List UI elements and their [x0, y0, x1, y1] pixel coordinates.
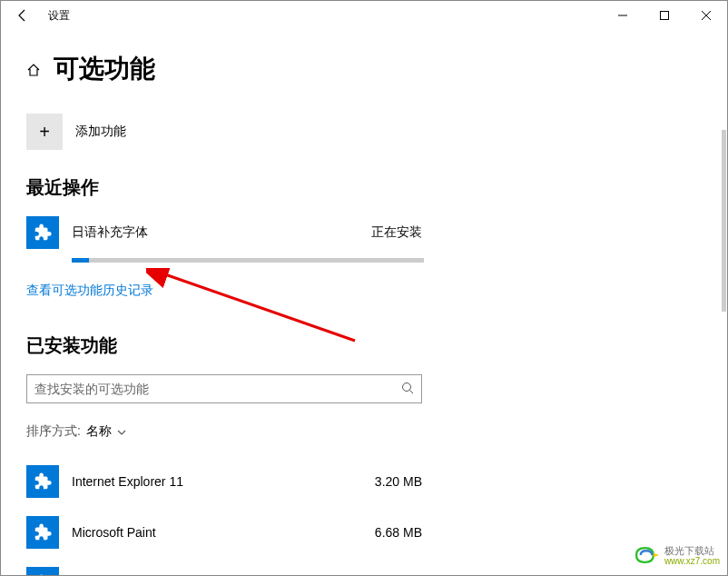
scrollbar[interactable]: [722, 130, 726, 312]
add-feature-label: 添加功能: [75, 124, 126, 140]
svg-rect-1: [661, 12, 669, 20]
sort-value: 名称: [86, 423, 112, 440]
plus-icon: +: [26, 114, 63, 150]
feature-row[interactable]: Microsoft Paint 6.68 MB: [26, 507, 422, 558]
feature-size: 6.68 MB: [375, 525, 422, 540]
close-button[interactable]: [685, 1, 727, 30]
feature-row[interactable]: Microsoft 快速助手 2.89 MB: [26, 558, 422, 575]
progress-fill: [72, 258, 89, 263]
installing-status: 正在安装: [371, 224, 422, 241]
sort-dropdown[interactable]: 排序方式: 名称: [26, 423, 702, 440]
watermark: 极光下载站 www.xz7.com: [632, 545, 720, 566]
feature-row[interactable]: Internet Explorer 11 3.20 MB: [26, 456, 422, 507]
watermark-cn: 极光下载站: [664, 545, 720, 556]
puzzle-icon: [26, 216, 59, 249]
home-icon[interactable]: [26, 63, 41, 82]
installing-item[interactable]: 日语补充字体 正在安装: [26, 216, 422, 249]
feature-name: Microsoft Paint: [72, 525, 375, 540]
puzzle-icon: [26, 516, 59, 549]
installed-section-title: 已安装功能: [26, 333, 702, 358]
feature-size: 3.20 MB: [375, 474, 422, 489]
svg-marker-8: [654, 553, 659, 558]
svg-line-5: [410, 390, 414, 393]
page-title: 可选功能: [54, 52, 155, 86]
progress-bar: [72, 258, 424, 263]
feature-name: Internet Explorer 11: [72, 474, 375, 489]
maximize-button[interactable]: [644, 1, 685, 30]
puzzle-icon: [26, 567, 59, 575]
search-box[interactable]: [26, 374, 422, 403]
search-icon[interactable]: [401, 382, 414, 397]
installing-name: 日语补充字体: [72, 224, 371, 241]
back-button[interactable]: [5, 1, 41, 30]
chevron-down-icon: [117, 427, 126, 437]
watermark-url: www.xz7.com: [664, 556, 720, 566]
history-link[interactable]: 查看可选功能历史记录: [26, 283, 153, 299]
recent-section-title: 最近操作: [26, 175, 702, 200]
svg-point-4: [403, 382, 411, 391]
watermark-logo: [632, 545, 661, 565]
search-input[interactable]: [34, 382, 401, 396]
svg-line-7: [162, 273, 355, 341]
minimize-button[interactable]: [602, 1, 644, 30]
sort-label: 排序方式:: [26, 423, 81, 440]
add-feature-button[interactable]: + 添加功能: [26, 114, 702, 150]
window-title: 设置: [48, 8, 70, 24]
puzzle-icon: [26, 465, 59, 498]
